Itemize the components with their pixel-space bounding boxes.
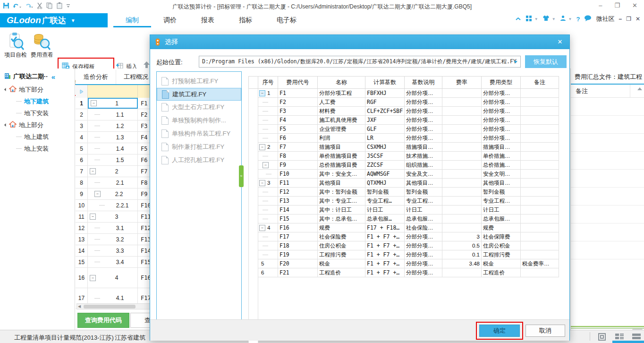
restore-default-button[interactable]: 恢复默认 — [525, 55, 567, 68]
dialog-table-row[interactable]: 1−1F1分部分项工程FBFXHJ分部分项…分部分项… — [248, 89, 559, 98]
dialog-table-row[interactable]: 11−3F11其他项目QTXMHJ其他项目…其他项目… — [248, 179, 559, 188]
dialog-col-基数说明[interactable]: 基数说明 — [405, 77, 442, 89]
fee-view-button[interactable]: 费用查看 — [29, 31, 55, 59]
dialog-table-row[interactable]: 14F14其中：计日工计日工计日工计日工 — [248, 206, 559, 214]
expander-triangle-icon[interactable] — [4, 123, 8, 127]
file-item-人工挖孔桩工程.FY[interactable]: 人工挖孔桩工程.FY — [157, 154, 241, 167]
dialog-table-row[interactable]: 5F5企业管理费GLF分部分项…分部分项… — [248, 125, 559, 134]
nav-tab-报表[interactable]: 报表 — [189, 13, 227, 27]
doc-close-button[interactable]: ✕ — [636, 16, 640, 22]
nav-tab-调价[interactable]: 调价 — [151, 13, 189, 27]
collapse-toggle-icon[interactable]: − — [90, 275, 96, 281]
dialog-cell: F1 + F7 +… — [365, 250, 405, 259]
path-combobox[interactable]: D:/Program Files (x86)/Glodon/数据库20.0/江苏… — [199, 56, 521, 68]
tree-item-地上部分[interactable]: 地上部分 — [0, 119, 75, 131]
nav-tab-电子标[interactable]: 电子标 — [264, 13, 309, 27]
glodon-logo[interactable]: GLodon广联达 ▼ — [0, 13, 108, 27]
window-restore-button[interactable]: ❐ — [614, 2, 620, 9]
window-minimize-button[interactable]: – — [599, 2, 602, 9]
collapse-panel-icon[interactable]: « — [51, 73, 55, 81]
dialog-col-费用代号[interactable]: 费用代号 — [278, 77, 318, 89]
dialog-table-row[interactable]: 6F6利润LR分部分项…分部分项… — [248, 134, 559, 143]
collapse-toggle-icon[interactable]: − — [90, 168, 96, 174]
chat-bubble-icon[interactable] — [584, 15, 592, 23]
doc-restore-button[interactable]: ❐ — [626, 16, 631, 22]
dialog-table-row[interactable]: 9−F9 总价措施项目费ZZCSF组织措施…总价措施… — [248, 161, 559, 170]
dialog-table-row[interactable]: 4F4施工机具使用费JXF分部分项…分部分项… — [248, 116, 559, 125]
tree-item-label: 地上建筑 — [24, 133, 49, 141]
dialog-cell: F5 — [278, 125, 318, 134]
dialog-table-row[interactable]: 15F15其中：总承包…总承包服…总承包服…总承包服… — [248, 214, 559, 223]
dialog-table-row[interactable]: 18F18住房公积金F1 + F7 +…分部分项…0.5住房公积金 — [248, 241, 559, 250]
expander-triangle-icon[interactable] — [4, 88, 8, 91]
nav-tab-编制[interactable]: 编制 — [113, 13, 151, 27]
collapse-toggle-icon[interactable]: − — [90, 214, 96, 220]
dialog-col-备注[interactable]: 备注 — [521, 77, 559, 89]
project-check-button[interactable]: 项目自检 — [3, 31, 28, 59]
splitter-handle[interactable]: ≈ — [239, 165, 244, 187]
skin-icon[interactable] — [542, 15, 550, 23]
right-vscrollbar-top[interactable] — [630, 85, 644, 97]
file-item-建筑工程.FY[interactable]: 建筑工程.FY — [157, 88, 241, 101]
dialog-cell: FBFXHJ — [365, 89, 405, 98]
dialog-table-row[interactable]: 2F2人工费RGF分部分项…分部分项… — [248, 98, 559, 107]
collapse-toggle-icon[interactable]: − — [91, 100, 97, 106]
user-icon[interactable] — [560, 15, 566, 23]
collapse-toggle-icon[interactable]: − — [259, 144, 265, 150]
help-icon[interactable]: ? — [576, 16, 580, 23]
tree-item-地上建筑[interactable]: 地上建筑 — [0, 131, 75, 143]
dialog-table-row[interactable]: 13F13其中：专业工…专业工程…专业工程…专业工程… — [248, 197, 559, 206]
skin-caret-icon[interactable]: ▼ — [552, 17, 556, 21]
dialog-col-序号[interactable]: 序号 — [258, 77, 278, 89]
collapse-toggle-icon[interactable]: − — [259, 180, 265, 186]
dialog-title-bar[interactable]: 选择 — [150, 35, 569, 49]
layout-single-icon[interactable] — [598, 333, 606, 343]
dialog-col-费率[interactable]: 费率 — [442, 77, 482, 89]
cancel-button[interactable]: 取消 — [525, 325, 565, 337]
dialog-cell: 规费 — [482, 223, 521, 232]
content-tab-造价分析[interactable]: 造价分析 — [76, 70, 116, 84]
dialog-table-row[interactable]: 16−4F16规费F17 + F18…社会保险…规费 — [248, 223, 559, 232]
query-fee-code-button[interactable]: 查询费用代码 — [77, 313, 129, 328]
window-close-button[interactable]: ✕ — [632, 2, 637, 9]
dialog-col-名称[interactable]: 名称 — [318, 77, 365, 89]
tree-item-地下部分[interactable]: 地下部分 — [0, 84, 75, 95]
dialog-table-row[interactable]: 216F21工程造价F1 + F7 +…分部分项…工程造价 — [248, 268, 559, 277]
dialog-close-button[interactable]: ✕ — [555, 37, 565, 47]
bg-col-seq[interactable] — [88, 85, 138, 98]
tree-item-地下安装[interactable]: 地下安装 — [0, 107, 75, 119]
dialog-table-row[interactable]: 19F19工程排污费F1 + F7 +…分部分项…0.1工程排污费 — [248, 250, 559, 259]
user-caret-icon[interactable]: ▼ — [568, 17, 572, 21]
dialog-table-row[interactable]: 10F10其中：安全文…AQWMSGF安全及文…安全文明… — [248, 170, 559, 179]
file-item-打预制桩工程.FY[interactable]: 打预制桩工程.FY — [157, 75, 241, 88]
right-col-note[interactable]: 备注 — [571, 85, 630, 97]
dialog-table-row[interactable]: 205F20税金F1 + F7 +…分部分项…3.48税金税金费率… — [248, 259, 559, 268]
collapse-toggle-icon[interactable]: − — [259, 90, 265, 96]
apps-grid-icon[interactable] — [525, 15, 532, 23]
apps-grid-caret-icon[interactable]: ▼ — [534, 17, 538, 21]
dialog-table-row[interactable]: 8F8 单价措施项目费JSCSF技术措施…单价措施… — [248, 152, 559, 161]
collapse-ribbon-icon[interactable] — [515, 16, 521, 23]
dialog-col-计算基数[interactable]: 计算基数 — [365, 77, 405, 89]
dialog-cell — [442, 197, 482, 206]
tree-item-地上安装[interactable]: 地上安装 — [0, 143, 75, 154]
dialog-table-row[interactable]: 3F3材料费CLF+ZCF+SBF分部分项…分部分项… — [248, 107, 559, 116]
tree-item-地下建筑[interactable]: 地下建筑 — [0, 95, 75, 107]
collapse-toggle-icon[interactable]: − — [263, 162, 269, 168]
doc-minimize-button[interactable]: – — [619, 16, 622, 22]
dialog-table-row[interactable]: 12F12其中：暂列金额暂列金额暂列金额暂列金额 — [248, 188, 559, 197]
collapse-toggle-icon[interactable]: − — [94, 191, 101, 197]
file-item-单独构件吊装工程.FY[interactable]: 单独构件吊装工程.FY — [157, 127, 241, 140]
dialog-table-row[interactable]: 17F17社会保险费F1 + F7 +…分部分项…3社会保障费 — [248, 232, 559, 241]
dialog-col-费用类型[interactable]: 费用类型 — [482, 77, 521, 89]
file-item-大型土石方工程.FY[interactable]: 大型土石方工程.FY — [157, 101, 241, 114]
ok-button[interactable]: 确定 — [479, 325, 520, 337]
dialog-table-row[interactable]: 7−2F7措施项目CSXMHJ措施项目…措施项目… — [248, 143, 559, 152]
file-item-制作兼打桩工程.FY[interactable]: 制作兼打桩工程.FY — [157, 140, 241, 154]
dialog-cell: −2 — [258, 143, 278, 152]
bg-row-number: 1 — [76, 98, 88, 109]
community-link[interactable]: 微社区 — [596, 15, 614, 23]
nav-tab-指标[interactable]: 指标 — [227, 13, 264, 27]
file-item-单独预制构件制作...[interactable]: 单独预制构件制作... — [157, 114, 241, 127]
collapse-toggle-icon[interactable]: − — [259, 225, 265, 231]
